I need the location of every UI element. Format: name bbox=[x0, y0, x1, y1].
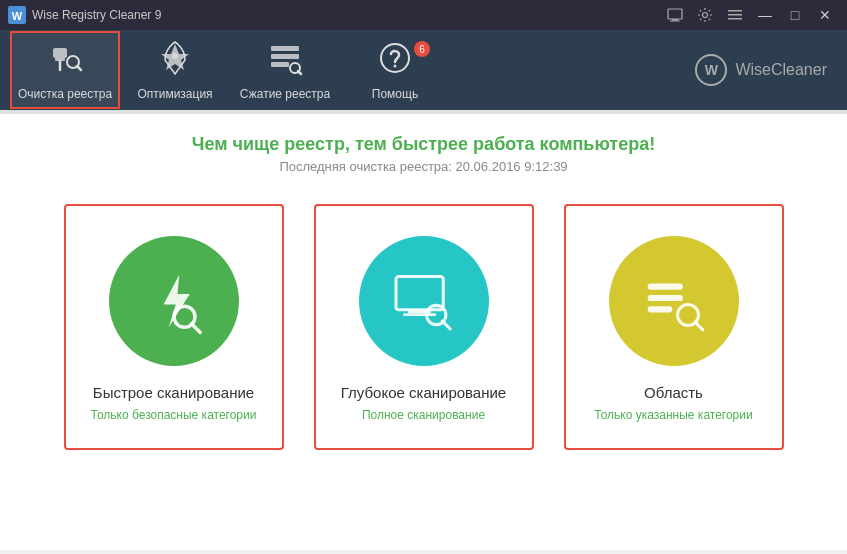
toolbar-item-optimize[interactable]: Оптимизация bbox=[120, 31, 230, 109]
monitor-icon-btn[interactable] bbox=[661, 5, 689, 25]
headline-block: Чем чище реестр, тем быстрее работа комп… bbox=[20, 134, 827, 174]
cards-row: Быстрое сканирование Только безопасные к… bbox=[20, 204, 827, 450]
card-fast-scan-title: Быстрое сканирование bbox=[93, 384, 254, 401]
card-fast-scan-circle bbox=[109, 236, 239, 366]
svg-rect-9 bbox=[53, 48, 67, 58]
wisecleaner-logo-circle: W bbox=[695, 54, 727, 86]
svg-rect-15 bbox=[271, 46, 299, 51]
card-area-scan-circle bbox=[609, 236, 739, 366]
wisecleaner-logo-text: WiseCleaner bbox=[735, 61, 827, 79]
svg-text:W: W bbox=[12, 10, 23, 22]
compress-icon bbox=[267, 40, 303, 83]
toolbar-item-help-label: Помощь bbox=[372, 87, 418, 101]
help-badge: 6 bbox=[414, 41, 430, 57]
svg-rect-4 bbox=[670, 21, 680, 22]
toolbar-item-compress[interactable]: Сжатие реестра bbox=[230, 31, 340, 109]
toolbar-item-compress-label: Сжатие реестра bbox=[240, 87, 330, 101]
card-deep-scan-title: Глубокое сканирование bbox=[341, 384, 506, 401]
title-bar: W Wise Registry Cleaner 9 — □ ✕ bbox=[0, 0, 847, 30]
toolbar-item-registry-clean[interactable]: Очистка реестра bbox=[10, 31, 120, 109]
window-controls: — □ ✕ bbox=[661, 5, 839, 25]
svg-point-14 bbox=[172, 53, 178, 59]
svg-point-5 bbox=[703, 13, 708, 18]
card-area-scan[interactable]: Область Только указанные категории bbox=[564, 204, 784, 450]
wisecleaner-logo: W WiseCleaner bbox=[695, 54, 827, 86]
svg-rect-26 bbox=[403, 313, 436, 316]
toolbar-item-optimize-label: Оптимизация bbox=[137, 87, 212, 101]
optimize-icon bbox=[157, 40, 193, 83]
app-icon: W bbox=[8, 6, 26, 24]
registry-clean-icon bbox=[47, 40, 83, 83]
svg-rect-16 bbox=[271, 54, 299, 59]
fast-scan-icon bbox=[139, 266, 209, 336]
help-icon bbox=[377, 40, 413, 83]
svg-rect-29 bbox=[647, 284, 682, 290]
svg-point-20 bbox=[381, 44, 409, 72]
svg-rect-6 bbox=[728, 10, 742, 12]
svg-rect-2 bbox=[668, 9, 682, 19]
app-title: Wise Registry Cleaner 9 bbox=[32, 8, 661, 22]
svg-line-23 bbox=[191, 324, 200, 333]
svg-rect-17 bbox=[271, 62, 289, 67]
svg-line-13 bbox=[77, 66, 81, 70]
svg-rect-7 bbox=[728, 14, 742, 16]
close-button[interactable]: ✕ bbox=[811, 5, 839, 25]
area-scan-icon bbox=[639, 266, 709, 336]
card-fast-scan-subtitle: Только безопасные категории bbox=[91, 407, 257, 424]
svg-rect-8 bbox=[728, 18, 742, 20]
card-area-scan-title: Область bbox=[644, 384, 703, 401]
main-content: Чем чище реестр, тем быстрее работа комп… bbox=[0, 110, 847, 550]
svg-rect-3 bbox=[672, 19, 678, 21]
card-area-scan-subtitle: Только указанные категории bbox=[594, 407, 752, 424]
card-deep-scan-subtitle: Полное сканирование bbox=[362, 407, 485, 424]
minimize-button[interactable]: — bbox=[751, 5, 779, 25]
svg-line-19 bbox=[298, 71, 301, 74]
headline-secondary: Последняя очистка реестра: 20.06.2016 9:… bbox=[20, 159, 827, 174]
toolbar-item-registry-clean-label: Очистка реестра bbox=[18, 87, 112, 101]
svg-line-28 bbox=[442, 321, 450, 329]
deep-scan-icon bbox=[389, 266, 459, 336]
menu-icon-btn[interactable] bbox=[721, 5, 749, 25]
svg-rect-31 bbox=[647, 306, 672, 312]
svg-line-33 bbox=[695, 322, 703, 330]
card-deep-scan-circle bbox=[359, 236, 489, 366]
toolbar: Очистка реестра Оптимизация Сжатие реест… bbox=[0, 30, 847, 110]
settings-icon-btn[interactable] bbox=[691, 5, 719, 25]
svg-point-21 bbox=[394, 64, 397, 67]
svg-rect-30 bbox=[647, 295, 682, 301]
card-fast-scan[interactable]: Быстрое сканирование Только безопасные к… bbox=[64, 204, 284, 450]
maximize-button[interactable]: □ bbox=[781, 5, 809, 25]
toolbar-item-help[interactable]: 6 Помощь bbox=[340, 31, 450, 109]
card-deep-scan[interactable]: Глубокое сканирование Полное сканировани… bbox=[314, 204, 534, 450]
headline-primary: Чем чище реестр, тем быстрее работа комп… bbox=[20, 134, 827, 155]
